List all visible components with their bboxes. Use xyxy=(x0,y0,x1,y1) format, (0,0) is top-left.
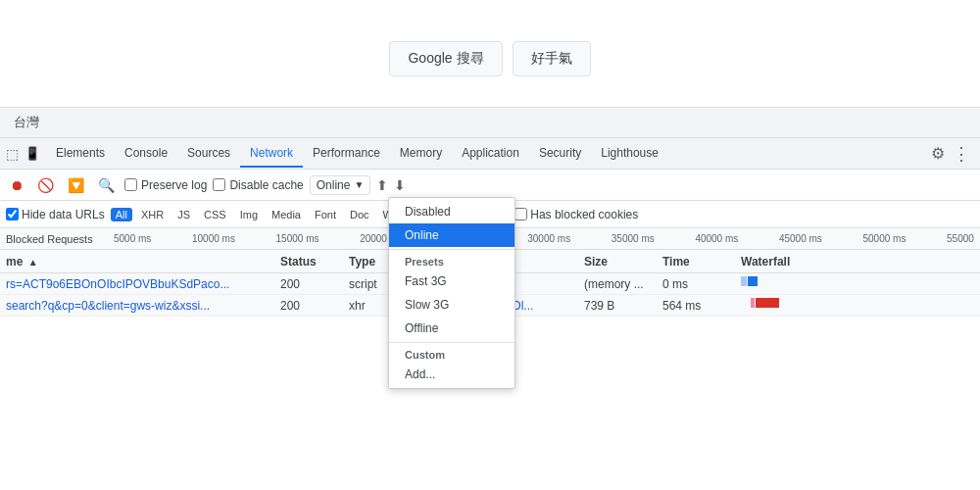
cell-time-2: 564 ms xyxy=(662,299,741,313)
tick-30000: 30000 ms xyxy=(527,233,570,244)
tick-45000: 45000 ms xyxy=(779,233,822,244)
clear-button[interactable]: 🚫 xyxy=(33,175,58,195)
tick-35000: 35000 ms xyxy=(612,233,655,244)
filter-tag-img[interactable]: Img xyxy=(235,208,263,221)
google-search-button[interactable]: Google 搜尋 xyxy=(389,41,502,76)
filter-tag-doc[interactable]: Doc xyxy=(345,208,374,221)
tick-40000: 40000 ms xyxy=(695,233,738,244)
download-icon[interactable]: ⬇ xyxy=(394,177,406,193)
tick-10000: 10000 ms xyxy=(192,233,235,244)
filter-tag-media[interactable]: Media xyxy=(267,208,306,221)
lucky-button[interactable]: 好手氣 xyxy=(513,41,591,76)
tab-application[interactable]: Application xyxy=(452,140,529,168)
devtools-toolbar: ⏺ 🚫 🔽 🔍 Preserve log Disable cache Onlin… xyxy=(0,170,980,201)
upload-icon[interactable]: ⬆ xyxy=(376,177,388,193)
throttle-arrow-icon: ▼ xyxy=(354,179,364,190)
has-blocked-cookies-label[interactable]: Has blocked cookies xyxy=(514,208,638,221)
tab-lighthouse[interactable]: Lighthouse xyxy=(591,140,668,168)
record-button[interactable]: ⏺ xyxy=(6,175,27,195)
device-icon[interactable]: 📱 xyxy=(24,146,40,161)
throttle-value: Online xyxy=(317,178,351,192)
cell-status-1: 200 xyxy=(280,277,349,291)
tick-5000: 5000 ms xyxy=(114,233,151,244)
devtools-panel: ⬚ 📱 Elements Console Sources Network Per… xyxy=(0,138,980,490)
more-options-icon[interactable]: ⋮ xyxy=(949,139,974,169)
hide-data-urls-checkbox[interactable] xyxy=(6,208,19,220)
cell-size-2: 739 B xyxy=(584,299,662,313)
throttle-group-custom: Custom xyxy=(389,345,514,363)
throttle-option-disabled[interactable]: Disabled xyxy=(389,200,514,223)
filter-tag-js[interactable]: JS xyxy=(172,208,195,221)
preserve-log-label[interactable]: Preserve log xyxy=(124,178,207,192)
cell-name-2: search?q&cp=0&client=gws-wiz&xssi... xyxy=(6,299,280,313)
throttle-dropdown[interactable]: Online ▼ xyxy=(310,175,371,195)
cell-name-1: rs=ACT9o6EBOnOIbcIPOVBbuKSdPaco... xyxy=(6,277,280,291)
wf-bar-recv-2 xyxy=(756,298,779,308)
has-blocked-cookies-checkbox[interactable] xyxy=(514,208,527,220)
tick-50000: 50000 ms xyxy=(863,233,906,244)
filter-tag-xhr[interactable]: XHR xyxy=(136,208,169,221)
cell-waterfall-1 xyxy=(741,275,974,292)
cell-waterfall-2 xyxy=(741,297,974,314)
tab-performance[interactable]: Performance xyxy=(303,140,390,168)
filter-tag-all[interactable]: All xyxy=(111,208,132,221)
throttle-option-slow3g[interactable]: Slow 3G xyxy=(389,293,514,317)
waterfall-bar-1 xyxy=(741,275,974,287)
tab-network[interactable]: Network xyxy=(240,140,303,168)
disable-cache-checkbox[interactable] xyxy=(213,178,225,191)
tab-elements[interactable]: Elements xyxy=(46,140,115,168)
devtools-tabs: ⬚ 📱 Elements Console Sources Network Per… xyxy=(0,138,980,170)
timeline-label: Blocked Requests xyxy=(6,233,114,245)
filter-tag-css[interactable]: CSS xyxy=(199,208,231,221)
header-time[interactable]: Time xyxy=(662,255,741,269)
header-status[interactable]: Status xyxy=(280,255,349,269)
dropdown-divider-1 xyxy=(389,249,514,250)
browser-top: Google 搜尋 好手氣 xyxy=(0,0,980,108)
tab-sources[interactable]: Sources xyxy=(177,140,240,168)
region-bar: 台灣 xyxy=(0,108,980,138)
filter-tag-font[interactable]: Font xyxy=(310,208,341,221)
settings-icon[interactable]: ⚙ xyxy=(927,140,949,167)
waterfall-bar-2 xyxy=(751,297,974,309)
throttle-group-presets: Presets xyxy=(389,252,514,270)
tab-security[interactable]: Security xyxy=(529,140,591,168)
inspect-icon[interactable]: ⬚ xyxy=(6,146,19,162)
preserve-log-text: Preserve log xyxy=(141,178,207,192)
header-size[interactable]: Size xyxy=(584,255,662,269)
header-waterfall[interactable]: Waterfall xyxy=(741,255,974,269)
hide-data-urls-text: Hide data URLs xyxy=(22,208,105,221)
throttle-option-fast3g[interactable]: Fast 3G xyxy=(389,270,514,293)
dropdown-divider-2 xyxy=(389,342,514,343)
hide-data-urls-label[interactable]: Hide data URLs xyxy=(6,208,105,221)
disable-cache-text: Disable cache xyxy=(229,178,303,192)
cell-time-1: 0 ms xyxy=(662,277,741,291)
wf-bar-blue-1 xyxy=(741,276,747,286)
throttle-option-online[interactable]: Online xyxy=(389,223,514,247)
throttle-option-offline[interactable]: Offline xyxy=(389,317,514,340)
filter-icon[interactable]: 🔽 xyxy=(64,175,88,195)
throttle-dropdown-menu: Disabled Online Presets Fast 3G Slow 3G … xyxy=(388,197,515,389)
throttle-option-add[interactable]: Add... xyxy=(389,363,514,386)
tick-55000: 55000 xyxy=(947,233,974,244)
timeline-ticks: 5000 ms 10000 ms 15000 ms 20000 ms 25000… xyxy=(114,233,974,244)
cell-size-1: (memory ... xyxy=(584,277,662,291)
google-buttons: Google 搜尋 好手氣 xyxy=(389,41,590,76)
header-name-text: me xyxy=(6,255,23,269)
tab-memory[interactable]: Memory xyxy=(390,140,452,168)
wf-bar-dark-1 xyxy=(748,276,758,286)
wf-bar-wait-2 xyxy=(751,298,755,308)
region-label: 台灣 xyxy=(14,115,39,129)
tab-console[interactable]: Console xyxy=(115,140,177,168)
sort-arrow-icon: ▲ xyxy=(28,257,38,268)
header-name[interactable]: me ▲ xyxy=(6,255,280,269)
search-icon[interactable]: 🔍 xyxy=(94,175,119,195)
disable-cache-label[interactable]: Disable cache xyxy=(213,178,303,192)
tick-15000: 15000 ms xyxy=(276,233,319,244)
cell-status-2: 200 xyxy=(280,299,349,313)
preserve-log-checkbox[interactable] xyxy=(124,178,137,191)
has-blocked-cookies-text: Has blocked cookies xyxy=(530,208,638,221)
